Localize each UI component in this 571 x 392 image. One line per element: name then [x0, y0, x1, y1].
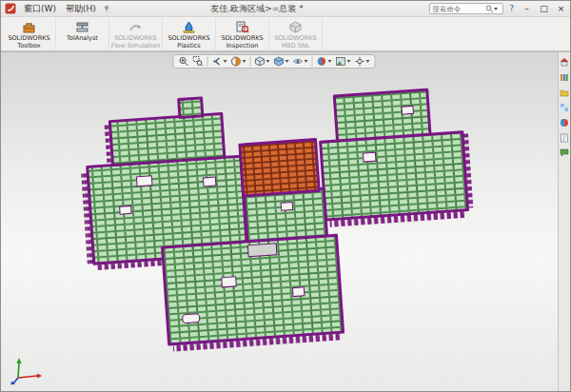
close-button[interactable]: × — [554, 3, 568, 15]
file-explorer-icon[interactable] — [560, 87, 570, 97]
edit-appearance-icon[interactable] — [316, 55, 333, 68]
reference-triad — [10, 357, 43, 385]
help-button[interactable]: ? — [506, 4, 517, 13]
addin-plastics[interactable]: SOLIDWORKS Plastics — [163, 18, 216, 50]
command-search[interactable] — [429, 3, 503, 14]
view-settings-icon[interactable] — [354, 55, 371, 68]
document-title: 友佳.欧海区域>=总装 * — [115, 3, 399, 15]
addin-solidworks-toolbox[interactable]: SOLIDWORKS Toolbox — [3, 18, 56, 50]
task-pane-strip — [558, 52, 570, 391]
addin-mbd-snl[interactable]: SOLIDWORKS MBD SNL — [269, 18, 323, 50]
section-view-icon[interactable] — [230, 55, 247, 68]
graphics-viewport[interactable] — [1, 51, 570, 391]
minimize-button[interactable]: – — [520, 3, 534, 15]
solidworks-resources-icon[interactable] — [560, 56, 570, 67]
mbd-icon — [288, 20, 303, 34]
appearances-scenes-icon[interactable] — [560, 117, 570, 127]
view-orientation-icon[interactable] — [254, 55, 271, 68]
hide-show-items-icon[interactable] — [292, 55, 309, 68]
solidworks-forum-icon[interactable] — [560, 147, 570, 158]
toolbar-separator — [207, 56, 208, 67]
design-library-icon[interactable] — [560, 71, 570, 82]
search-input[interactable] — [432, 5, 485, 13]
maximize-button[interactable]: □ — [537, 3, 551, 15]
previous-view-icon[interactable] — [211, 55, 228, 68]
menu-window[interactable]: 窗口(W) — [19, 2, 61, 16]
addin-inspection[interactable]: SOLIDWORKS Inspection — [216, 18, 269, 50]
addin-flow-simulation[interactable]: SOLIDWORKS Flow Simulation — [109, 18, 163, 50]
solidworks-window: 窗口(W) 帮助(H) 友佳.欧海区域>=总装 * ? – □ × SOLIDW… — [0, 0, 571, 392]
search-dropdown-icon[interactable] — [494, 8, 498, 10]
pin-menu-icon[interactable] — [103, 5, 110, 12]
toolbar-separator — [250, 56, 251, 67]
toolbox-icon — [22, 20, 36, 34]
toolbar-separator — [312, 56, 313, 67]
plastics-icon — [182, 20, 196, 34]
zoom-to-area-icon[interactable] — [192, 55, 205, 68]
addins-toolbar: SOLIDWORKS Toolbox TolAnalyst SOLIDWORKS… — [1, 17, 570, 51]
addin-tolanalyst[interactable]: TolAnalyst — [56, 18, 109, 50]
display-style-icon[interactable] — [273, 55, 290, 68]
search-icon[interactable] — [485, 5, 494, 13]
apply-scene-icon[interactable] — [335, 55, 352, 68]
solidworks-app-icon[interactable] — [5, 3, 16, 14]
custom-properties-icon[interactable] — [560, 132, 570, 143]
titlebar-right-controls: ? – □ × — [429, 3, 568, 15]
zoom-to-fit-icon[interactable] — [178, 55, 190, 68]
menu-help[interactable]: 帮助(H) — [61, 2, 101, 16]
titlebar: 窗口(W) 帮助(H) 友佳.欧海区域>=总装 * ? – □ × — [1, 1, 570, 17]
model-3d-assembly[interactable] — [1, 52, 558, 391]
inspection-icon — [235, 20, 249, 34]
heads-up-view-toolbar — [173, 54, 376, 69]
view-palette-icon[interactable] — [560, 102, 570, 112]
flow-simulation-icon — [128, 20, 143, 34]
tolanalyst-icon — [75, 20, 89, 34]
